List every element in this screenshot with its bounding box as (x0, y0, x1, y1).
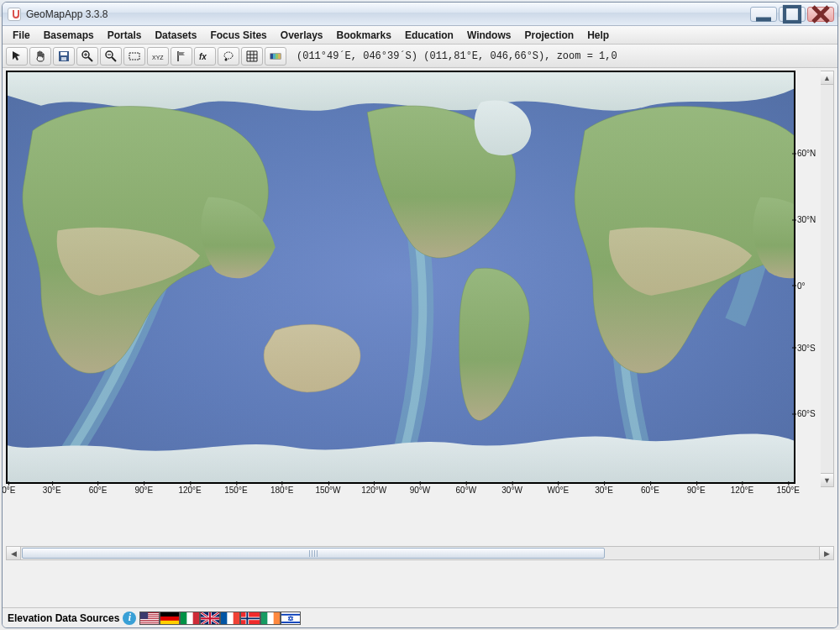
flag-fr[interactable] (220, 612, 240, 625)
pointer-icon[interactable] (6, 47, 28, 66)
menu-projection[interactable]: Projection (517, 28, 580, 43)
zoom-region-icon[interactable] (123, 47, 145, 66)
lon-tick: 60°E (89, 486, 108, 495)
lon-tick: 60°W (456, 486, 477, 495)
svg-rect-6 (61, 57, 66, 60)
svg-point-18 (224, 52, 233, 59)
save-icon[interactable] (53, 47, 75, 66)
info-icon[interactable]: i (123, 612, 136, 625)
footer: Elevation Data Sources i (3, 607, 837, 627)
toolbar: XYZfx(011°49´E, 046°39´S) (011,81°E, 046… (3, 45, 837, 68)
pan-hand-icon[interactable] (29, 47, 51, 66)
lon-tick: 30°W (501, 486, 522, 495)
flag-marker-icon[interactable] (171, 47, 192, 66)
lat-tick: 60°N (797, 149, 816, 158)
svg-text:XYZ: XYZ (152, 55, 164, 60)
lon-tick: 120°E (178, 486, 201, 495)
svg-rect-32 (140, 621, 159, 622)
lon-tick: 30°E (43, 486, 61, 495)
lon-tick: 150°E (224, 486, 247, 495)
svg-rect-21 (270, 54, 273, 59)
lat-tick: 30°N (797, 215, 816, 224)
menu-datasets[interactable]: Datasets (148, 28, 203, 43)
fx-function-icon[interactable]: fx (194, 47, 216, 66)
menu-focus-sites[interactable]: Focus Sites (203, 28, 273, 43)
horizontal-scrollbar[interactable]: ◀ ▶ (6, 546, 834, 560)
scroll-down-icon[interactable]: ▼ (821, 473, 833, 486)
lon-tick: 120°W (361, 486, 386, 495)
menu-portals[interactable]: Portals (101, 28, 149, 43)
svg-rect-31 (140, 618, 159, 619)
svg-rect-53 (241, 617, 260, 619)
svg-rect-48 (221, 612, 227, 625)
svg-text:fx: fx (199, 52, 207, 61)
lon-tick: 60°E (641, 486, 659, 495)
lon-tick: 0°E (3, 486, 15, 495)
java-icon (8, 8, 21, 21)
flag-ie[interactable] (260, 612, 281, 625)
lon-tick: 90°W (410, 486, 431, 495)
svg-line-8 (88, 57, 92, 61)
svg-rect-23 (276, 54, 278, 59)
xyz-profile-icon[interactable]: XYZ (147, 47, 169, 66)
coord-readout: (011°49´E, 046°39´S) (011,81°E, 046,66°S… (297, 50, 617, 62)
minimize-button[interactable] (750, 7, 777, 22)
menu-windows[interactable]: Windows (460, 28, 518, 43)
scroll-thumb[interactable] (22, 548, 605, 559)
lat-tick: 60°S (797, 409, 816, 418)
lon-tick: W0°E (548, 486, 570, 495)
menu-help[interactable]: Help (580, 28, 616, 43)
scroll-left-icon[interactable]: ◀ (7, 547, 21, 559)
lon-tick: 90°E (134, 486, 153, 495)
scroll-right-icon[interactable]: ▶ (819, 547, 833, 559)
flag-no[interactable] (240, 612, 260, 625)
svg-rect-24 (278, 54, 281, 59)
titlebar[interactable]: GeoMapApp 3.3.8 (3, 3, 837, 26)
flag-il[interactable] (281, 612, 301, 625)
color-palette-icon[interactable] (265, 47, 286, 66)
flag-gb[interactable] (200, 612, 220, 625)
menu-overlays[interactable]: Overlays (274, 28, 330, 43)
lasso-select-icon[interactable] (218, 47, 239, 66)
grid-toggle-icon[interactable] (241, 47, 263, 66)
close-button[interactable] (807, 7, 834, 22)
lon-axis: 0°E30°E60°E90°E120°E150°E180°E150°W120°W… (6, 484, 795, 497)
lat-axis: 60°N30°N0°30°S60°S (795, 71, 821, 487)
lon-tick: 180°E (270, 486, 293, 495)
window-title: GeoMapApp 3.3.8 (26, 8, 108, 20)
svg-rect-5 (60, 52, 67, 55)
lon-tick: 90°E (687, 486, 706, 495)
svg-point-19 (225, 58, 228, 60)
lat-tick: 30°S (797, 343, 816, 352)
menu-basemaps[interactable]: Basemaps (37, 28, 101, 43)
app-window: GeoMapApp 3.3.8 FileBasemapsPortalsDatas… (2, 2, 838, 628)
menu-file[interactable]: File (6, 28, 37, 43)
svg-rect-26 (8, 72, 794, 482)
lon-tick: 120°E (731, 486, 753, 495)
menu-education[interactable]: Education (398, 28, 460, 43)
svg-rect-1 (785, 7, 800, 22)
svg-rect-45 (201, 617, 219, 619)
maximize-button[interactable] (779, 7, 806, 22)
svg-rect-56 (261, 612, 267, 625)
map-view[interactable] (6, 71, 795, 484)
scroll-track[interactable] (21, 547, 819, 559)
svg-rect-34 (140, 612, 148, 619)
flag-de[interactable] (160, 612, 180, 625)
zoom-out-icon[interactable] (100, 47, 122, 66)
svg-line-12 (112, 57, 116, 61)
menubar: FileBasemapsPortalsDatasetsFocus SitesOv… (3, 26, 837, 45)
lat-tick: 0° (797, 281, 806, 290)
svg-rect-37 (160, 612, 179, 617)
flag-it[interactable] (180, 612, 200, 625)
svg-rect-22 (273, 54, 276, 59)
scroll-up-icon[interactable]: ▲ (821, 71, 833, 85)
flag-us[interactable] (139, 612, 160, 625)
footer-label: Elevation Data Sources (8, 612, 119, 624)
lon-tick: 150°W (315, 486, 340, 495)
vertical-scrollbar[interactable]: ▲ ▼ (821, 71, 834, 487)
lon-tick: 30°E (595, 486, 613, 495)
menu-bookmarks[interactable]: Bookmarks (330, 28, 398, 43)
zoom-in-icon[interactable] (76, 47, 98, 66)
svg-rect-40 (181, 612, 186, 625)
